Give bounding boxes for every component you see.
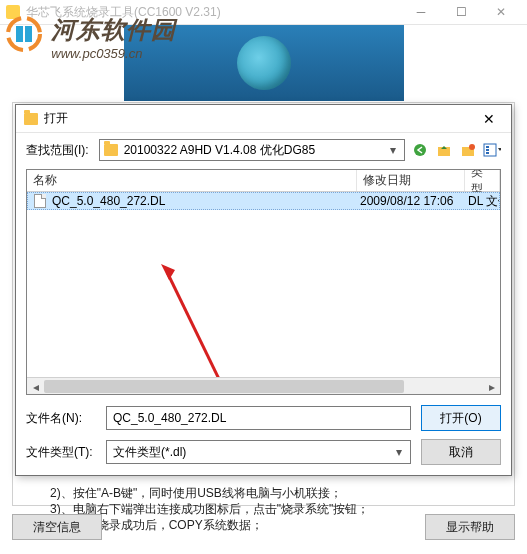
file-list-header: 名称 修改日期 类型 xyxy=(27,170,500,192)
watermark-url: www.pc0359.cn xyxy=(51,46,176,61)
file-icon xyxy=(34,194,46,208)
dialog-close-button[interactable]: ✕ xyxy=(475,109,503,129)
svg-rect-10 xyxy=(486,152,489,154)
open-file-dialog: 打开 ✕ 查找范围(I): 20100322 A9HD V1.4.08 优化DG… xyxy=(15,104,512,476)
file-date: 2009/08/12 17:06 xyxy=(358,194,466,208)
filetype-label: 文件类型(T): xyxy=(26,444,96,461)
filename-value: QC_5.0_480_272.DL xyxy=(113,411,226,425)
filetype-value: 文件类型(*.dl) xyxy=(111,444,392,461)
nav-newfolder-icon[interactable] xyxy=(459,141,477,159)
svg-rect-2 xyxy=(25,26,32,42)
chevron-down-icon: ▾ xyxy=(386,143,400,157)
cancel-button[interactable]: 取消 xyxy=(421,439,501,465)
chevron-down-icon: ▾ xyxy=(392,445,406,459)
svg-point-0 xyxy=(8,18,40,50)
close-button[interactable]: ✕ xyxy=(481,0,521,25)
svg-line-11 xyxy=(167,272,235,377)
filetype-combo[interactable]: 文件类型(*.dl) ▾ xyxy=(106,440,411,464)
open-button[interactable]: 打开(O) xyxy=(421,405,501,431)
filename-label: 文件名(N): xyxy=(26,410,96,427)
folder-icon xyxy=(24,113,38,125)
annotation-arrow-icon xyxy=(157,262,257,377)
maximize-button[interactable]: ☐ xyxy=(441,0,481,25)
svg-rect-1 xyxy=(16,26,23,42)
scroll-left-icon[interactable]: ◂ xyxy=(27,378,44,395)
filename-input[interactable]: QC_5.0_480_272.DL xyxy=(106,406,411,430)
col-name[interactable]: 名称 xyxy=(27,170,357,191)
watermark-text: 河东软件园 xyxy=(51,14,176,46)
dialog-titlebar: 打开 ✕ xyxy=(16,105,511,133)
clear-info-button[interactable]: 清空信息 xyxy=(12,514,102,540)
svg-marker-12 xyxy=(161,264,175,280)
svg-rect-9 xyxy=(486,149,489,151)
svg-rect-7 xyxy=(484,144,496,156)
nav-back-icon[interactable] xyxy=(411,141,429,159)
scroll-right-icon[interactable]: ▸ xyxy=(483,378,500,395)
file-name: QC_5.0_480_272.DL xyxy=(50,194,358,208)
svg-rect-8 xyxy=(486,146,489,148)
scroll-thumb[interactable] xyxy=(44,380,404,393)
svg-point-6 xyxy=(469,144,475,150)
svg-point-3 xyxy=(414,144,426,156)
file-row[interactable]: QC_5.0_480_272.DL 2009/08/12 17:06 DL 文件 xyxy=(27,192,500,210)
nav-up-icon[interactable] xyxy=(435,141,453,159)
dialog-fields: 文件名(N): QC_5.0_480_272.DL 打开(O) 文件类型(T):… xyxy=(16,399,511,475)
dialog-title: 打开 xyxy=(44,110,475,127)
watermark: 河东软件园 www.pc0359.cn xyxy=(4,14,176,61)
file-type: DL 文件 xyxy=(466,193,499,210)
dialog-nav: 查找范围(I): 20100322 A9HD V1.4.08 优化DG85 ▾ xyxy=(16,133,511,167)
show-help-button[interactable]: 显示帮助 xyxy=(425,514,515,540)
horizontal-scrollbar[interactable]: ◂ ▸ xyxy=(27,377,500,394)
bottom-bar: 清空信息 显示帮助 xyxy=(12,514,515,544)
minimize-button[interactable]: ─ xyxy=(401,0,441,25)
lookin-path: 20100322 A9HD V1.4.08 优化DG85 xyxy=(124,142,386,159)
nav-viewmenu-icon[interactable] xyxy=(483,141,501,159)
lookin-label: 查找范围(I): xyxy=(26,142,89,159)
col-type[interactable]: 类型 xyxy=(465,170,500,191)
file-list: 名称 修改日期 类型 QC_5.0_480_272.DL 2009/08/12 … xyxy=(26,169,501,395)
watermark-logo-icon xyxy=(4,14,44,57)
lookin-combo[interactable]: 20100322 A9HD V1.4.08 优化DG85 ▾ xyxy=(99,139,405,161)
instruction-line-2: 2)、按住"A-B键"，同时使用USB线将电脑与小机联接； xyxy=(50,485,369,501)
folder-icon xyxy=(104,144,118,156)
col-date[interactable]: 修改日期 xyxy=(357,170,465,191)
file-list-body[interactable]: QC_5.0_480_272.DL 2009/08/12 17:06 DL 文件 xyxy=(27,192,500,377)
